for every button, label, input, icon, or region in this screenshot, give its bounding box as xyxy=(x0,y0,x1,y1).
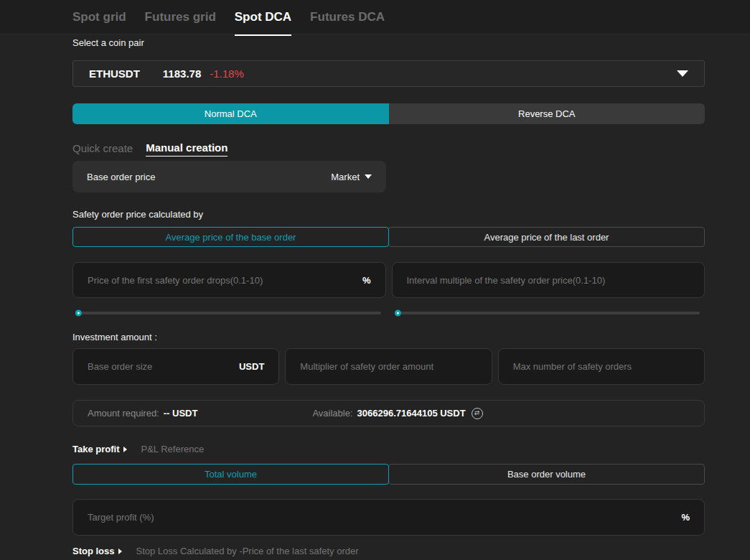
coin-pair-selector[interactable]: ETHUSDT 1183.78 -1.18% xyxy=(72,60,705,87)
normal-dca-button[interactable]: Normal DCA xyxy=(72,103,389,124)
reverse-dca-button[interactable]: Reverse DCA xyxy=(389,103,706,124)
coin-pair-change: -1.18% xyxy=(210,67,244,80)
investment-amount-label: Investment amount : xyxy=(72,332,705,342)
stop-loss-label: Stop loss xyxy=(72,546,115,556)
safety-multiplier-field xyxy=(285,348,492,385)
profit-volume-toggle: Total volume Base order volume xyxy=(72,464,705,485)
coin-pair-label: Select a coin pair xyxy=(72,37,705,48)
stop-loss-header: Stop loss Stop Loss Calculated by -Price… xyxy=(72,546,705,556)
base-order-size-input[interactable] xyxy=(88,361,232,372)
available-value: 3066296.71644105 USDT xyxy=(357,408,466,419)
safety-order-inputs: % xyxy=(72,262,705,298)
base-order-price-selector[interactable]: Base order price Market xyxy=(72,161,386,192)
investment-inputs: USDT xyxy=(72,348,705,385)
base-order-volume-button[interactable]: Base order volume xyxy=(388,464,705,485)
interval-multiple-slider xyxy=(392,307,706,319)
take-profit-label: Take profit xyxy=(72,444,120,454)
safety-calc-label: Safety order price calculated by xyxy=(72,209,705,220)
interval-multiple-input[interactable] xyxy=(407,275,690,286)
avg-base-order-button[interactable]: Average price of the base order xyxy=(72,227,389,247)
dca-mode-toggle: Normal DCA Reverse DCA xyxy=(72,103,705,124)
slider-track[interactable] xyxy=(78,312,381,314)
tab-spot-dca[interactable]: Spot DCA xyxy=(235,0,291,34)
stop-loss-description: Stop Loss Calculated by -Price of the la… xyxy=(136,546,359,556)
avg-last-order-button[interactable]: Average price of the last order xyxy=(388,227,705,247)
amount-info-bar: Amount required: -- USDT Available: 3066… xyxy=(72,400,705,426)
dca-form: Select a coin pair ETHUSDT 1183.78 -1.18… xyxy=(0,34,705,556)
stop-loss-toggle[interactable]: Stop loss xyxy=(72,546,122,556)
coin-pair-symbol: ETHUSDT xyxy=(89,67,140,80)
tab-quick-create[interactable]: Quick create xyxy=(72,142,133,157)
creation-tabs: Quick create Manual creation xyxy=(72,141,705,157)
top-nav-bar: Spot grid Futures grid Spot DCA Futures … xyxy=(0,0,750,34)
safety-multiplier-input[interactable] xyxy=(300,361,477,372)
tab-futures-grid[interactable]: Futures grid xyxy=(145,0,216,34)
chevron-right-icon xyxy=(123,447,127,452)
swap-icon[interactable]: ⇄ xyxy=(472,408,483,419)
available-label: Available: xyxy=(312,408,352,419)
take-profit-header: Take profit P&L Reference xyxy=(72,444,705,454)
target-profit-field: % xyxy=(72,499,705,536)
chevron-down-icon xyxy=(677,70,688,77)
usdt-suffix: USDT xyxy=(239,361,264,372)
interval-multiple-field xyxy=(392,262,706,298)
tab-spot-grid[interactable]: Spot grid xyxy=(72,0,126,34)
safety-calc-toggle: Average price of the base order Average … xyxy=(72,227,705,247)
base-order-price-label: Base order price xyxy=(87,172,155,182)
chevron-right-icon xyxy=(118,549,122,554)
max-safety-orders-field xyxy=(498,348,705,385)
pnl-reference-link[interactable]: P&L Reference xyxy=(141,444,205,454)
slider-handle[interactable] xyxy=(75,310,82,317)
chevron-down-icon xyxy=(365,174,372,179)
safety-order-sliders xyxy=(72,307,705,319)
base-order-size-field: USDT xyxy=(72,348,279,385)
tab-manual-creation[interactable]: Manual creation xyxy=(146,141,228,157)
max-safety-orders-input[interactable] xyxy=(513,361,690,372)
percent-suffix: % xyxy=(362,275,371,286)
tab-futures-dca[interactable]: Futures DCA xyxy=(310,0,385,34)
target-profit-input[interactable] xyxy=(88,512,674,523)
amount-required-label: Amount required: xyxy=(88,408,159,419)
total-volume-button[interactable]: Total volume xyxy=(72,464,389,485)
percent-suffix: % xyxy=(681,512,690,523)
price-drop-field: % xyxy=(72,262,386,298)
price-drop-slider xyxy=(72,307,386,319)
coin-pair-price: 1183.78 xyxy=(163,67,201,80)
slider-handle[interactable] xyxy=(394,310,400,317)
base-order-price-value: Market xyxy=(331,172,360,182)
price-drop-input[interactable] xyxy=(88,275,355,286)
take-profit-toggle[interactable]: Take profit xyxy=(72,444,127,454)
slider-track[interactable] xyxy=(397,312,700,314)
amount-required-value: -- USDT xyxy=(164,408,198,419)
